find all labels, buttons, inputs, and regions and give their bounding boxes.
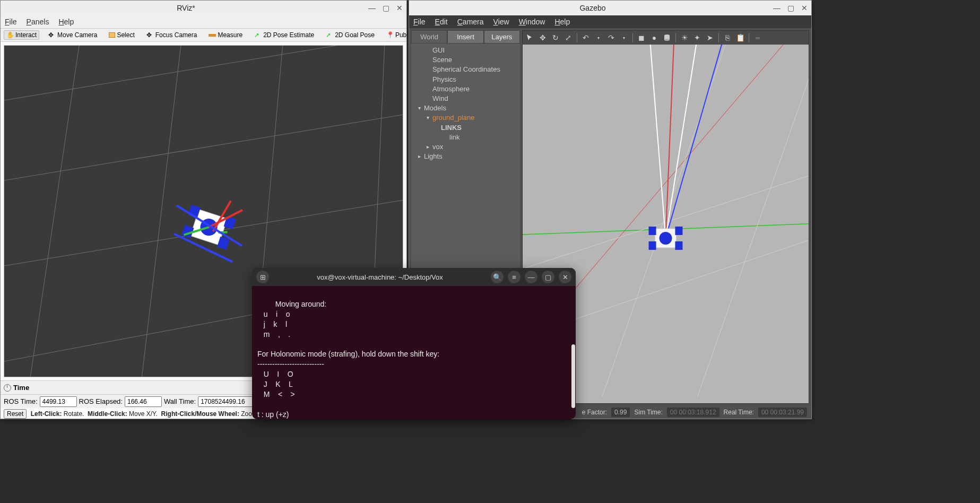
tree-item[interactable]: Spherical Coordinates [412, 65, 519, 74]
svg-point-38 [660, 232, 672, 245]
ros-time-label: ROS Time: [4, 397, 38, 405]
terminal-window: ⊞ vox@vox-virtual-machine: ~/Desktop/Vox… [252, 268, 576, 419]
menu-window[interactable]: Window [519, 18, 545, 26]
pose-icon: ➚ [254, 31, 262, 39]
tree-item[interactable]: Physics [412, 75, 519, 84]
close-icon[interactable]: ✕ [396, 4, 403, 12]
menu-file[interactable]: File [413, 18, 426, 26]
terminal-output[interactable]: Moving around: u i o j k l m , . For Hol… [252, 286, 576, 419]
close-icon[interactable]: ✕ [559, 271, 571, 283]
copy-icon[interactable]: ⎘ [722, 32, 733, 43]
search-icon[interactable]: 🔍 [491, 271, 504, 283]
wall-time-input[interactable] [198, 396, 256, 407]
sphere-icon[interactable]: ● [649, 32, 660, 43]
cursor-icon[interactable] [525, 32, 535, 43]
rviz-title: RViz* [4, 4, 368, 12]
tool-interact[interactable]: ✋Interact [4, 30, 39, 40]
tool-focus-camera[interactable]: ✥Focus Camera [144, 30, 200, 40]
sim-time-value: 00 00:03:18.912 [667, 407, 719, 417]
menu-file[interactable]: File [5, 18, 17, 26]
tool-select[interactable]: Select [106, 30, 137, 40]
redo-drop-icon[interactable]: ▾ [619, 32, 629, 43]
tree-item[interactable]: Wind [412, 94, 519, 103]
svg-line-0 [4, 46, 403, 105]
hand-icon: ✋ [6, 31, 14, 39]
tree-item[interactable]: ▾ground_plane [412, 113, 519, 123]
robot-model [166, 185, 255, 263]
maximize-icon[interactable]: ▢ [382, 4, 389, 12]
scrollbar[interactable] [571, 344, 575, 408]
light-point-icon[interactable]: ☀ [679, 32, 690, 43]
svg-rect-37 [675, 241, 682, 250]
undo-drop-icon[interactable]: ▾ [593, 32, 604, 43]
reset-button[interactable]: Reset [4, 409, 27, 419]
tree-item[interactable]: Atmosphere [412, 84, 519, 94]
robot-model [649, 227, 683, 250]
tree-item[interactable]: link [412, 133, 519, 142]
undo-icon[interactable]: ↶ [580, 32, 591, 43]
gazebo-title: Gazebo [412, 4, 773, 12]
close-icon[interactable]: ✕ [801, 4, 808, 12]
scale-icon[interactable]: ⤢ [563, 32, 574, 43]
snap-icon[interactable]: ⎓ [752, 32, 763, 43]
ros-time-input[interactable] [40, 396, 77, 407]
ros-elapsed-label: ROS Elapsed: [79, 397, 123, 405]
svg-line-5 [140, 46, 183, 377]
rviz-toolbar: ✋Interact ✥Move Camera Select ✥Focus Cam… [1, 28, 406, 42]
goal-icon: ➚ [326, 31, 333, 39]
tree-item[interactable]: ▸vox [412, 142, 519, 152]
cylinder-icon[interactable] [662, 32, 672, 43]
tab-insert[interactable]: Insert [447, 30, 483, 44]
tool-measure[interactable]: Measure [206, 30, 245, 40]
svg-rect-36 [649, 241, 656, 250]
ros-elapsed-input[interactable] [125, 396, 162, 407]
menu-panels[interactable]: Panels [27, 18, 49, 26]
rotate-icon[interactable]: ↻ [550, 32, 561, 43]
tree-item[interactable]: Scene [412, 55, 519, 65]
minimize-icon[interactable]: — [368, 4, 376, 12]
minimize-icon[interactable]: — [773, 4, 780, 12]
gazebo-toolbar: ✥ ↻ ⤢ ↶ ▾ ↷ ▾ ◼ ● ☀ ✦ ➤ ⎘ 📋 ⎓ [523, 31, 809, 45]
tree-item[interactable]: GUI [412, 46, 519, 55]
tool-publish-point[interactable]: 📍Publish Point [384, 30, 406, 40]
time-panel-title: Time [13, 384, 29, 392]
real-time-value: 00 00:03:21.99 [758, 407, 807, 417]
svg-line-29 [650, 37, 666, 238]
light-spot-icon[interactable]: ✦ [692, 32, 703, 43]
maximize-icon[interactable]: ▢ [787, 4, 794, 12]
menu-edit[interactable]: Edit [435, 18, 448, 26]
menu-icon[interactable]: ≡ [508, 271, 521, 283]
sim-time-label: Sim Time: [634, 409, 662, 416]
factor-label: e Factor: [582, 409, 607, 416]
gazebo-titlebar[interactable]: Gazebo — ▢ ✕ [409, 1, 811, 15]
move-icon: ✥ [48, 31, 56, 39]
tree-item[interactable]: LINKS [412, 123, 519, 133]
box-icon[interactable]: ◼ [636, 32, 647, 43]
rviz-titlebar[interactable]: RViz* — ▢ ✕ [1, 1, 406, 15]
measure-icon [209, 34, 216, 37]
svg-line-32 [666, 37, 724, 238]
translate-icon[interactable]: ✥ [537, 32, 548, 43]
factor-value: 0.99 [611, 407, 630, 417]
menu-help[interactable]: Help [58, 18, 74, 26]
redo-icon[interactable]: ↷ [606, 32, 617, 43]
paste-icon[interactable]: 📋 [735, 32, 745, 43]
terminal-titlebar[interactable]: ⊞ vox@vox-virtual-machine: ~/Desktop/Vox… [252, 268, 576, 286]
tab-layers[interactable]: Layers [484, 30, 520, 44]
menu-help[interactable]: Help [554, 18, 570, 26]
svg-rect-34 [649, 227, 656, 235]
tool-2d-pose[interactable]: ➚2D Pose Estimate [251, 30, 317, 40]
wall-time-label: Wall Time: [164, 397, 196, 405]
tree-item[interactable]: ▸Lights [412, 152, 519, 161]
tab-world[interactable]: World [411, 30, 447, 44]
tool-2d-goal[interactable]: ➚2D Goal Pose [323, 30, 377, 40]
real-time-label: Real Time: [724, 409, 754, 416]
menu-camera[interactable]: Camera [457, 18, 484, 26]
menu-view[interactable]: View [493, 18, 509, 26]
new-tab-button[interactable]: ⊞ [256, 271, 269, 283]
tool-move-camera[interactable]: ✥Move Camera [46, 30, 100, 40]
light-dir-icon[interactable]: ➤ [705, 32, 715, 43]
minimize-icon[interactable]: — [525, 271, 537, 283]
tree-item[interactable]: ▾Models [412, 103, 519, 113]
maximize-icon[interactable]: ▢ [542, 271, 554, 283]
